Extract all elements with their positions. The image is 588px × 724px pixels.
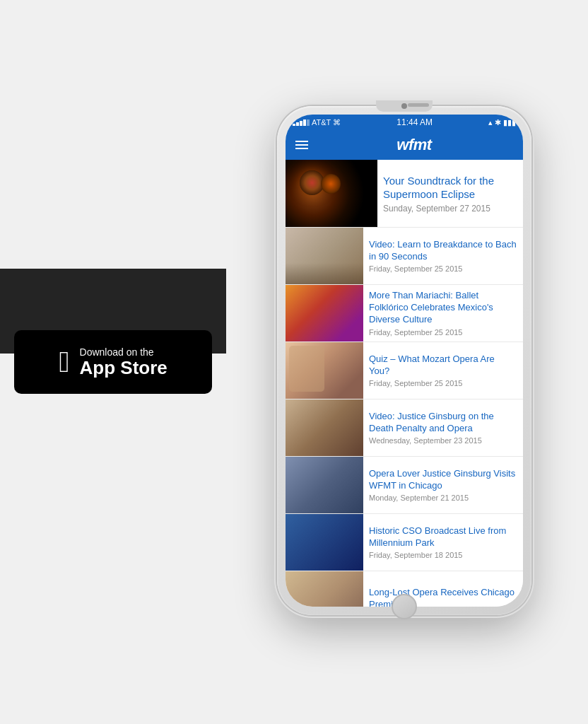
news-content-7: Historic CSO Broadcast Live from Millenn… xyxy=(363,514,523,571)
app-logo: wfmt xyxy=(315,136,513,154)
location-icon: ▴ xyxy=(488,118,493,127)
news-thumb-mozart xyxy=(286,342,363,399)
status-time: 11:44 AM xyxy=(396,117,433,127)
news-item-3[interactable]: More Than Mariachi: Ballet Folklórico Ce… xyxy=(286,285,523,342)
news-title-5: Video: Justice Ginsburg on the Death Pen… xyxy=(369,411,517,435)
carrier-label: AT&T xyxy=(312,118,331,127)
news-content-5: Video: Justice Ginsburg on the Death Pen… xyxy=(363,399,523,456)
news-title-7: Historic CSO Broadcast Live from Millenn… xyxy=(369,525,517,549)
news-thumb-cso xyxy=(286,514,363,571)
news-item-5[interactable]: Video: Justice Ginsburg on the Death Pen… xyxy=(286,399,523,457)
news-date-5: Wednesday, September 23 2015 xyxy=(369,436,517,445)
apple-logo-icon:  xyxy=(59,347,69,377)
news-thumb-ginsburg2 xyxy=(286,457,363,513)
news-content-6: Opera Lover Justice Ginsburg Visits WFMT… xyxy=(363,457,523,513)
phone-camera xyxy=(401,103,407,109)
news-thumb-eclipse xyxy=(286,160,377,227)
news-title-2: Video: Learn to Breakdance to Bach in 90… xyxy=(369,239,517,263)
news-thumb-mariachi xyxy=(286,285,363,341)
news-item-4[interactable]: Quiz – What Mozart Opera Are You? Friday… xyxy=(286,342,523,399)
app-store-banner[interactable]:  Download on the App Store xyxy=(14,330,212,394)
news-date-1: Sunday, September 27 2015 xyxy=(383,204,517,214)
news-date-6: Monday, September 21 2015 xyxy=(369,494,517,502)
app-header: wfmt xyxy=(286,130,523,160)
news-thumb-opera xyxy=(286,571,363,607)
news-thumb-ballet xyxy=(286,228,363,284)
left-panel:  Download on the App Store xyxy=(0,0,254,724)
news-date-7: Friday, September 18 2015 xyxy=(369,551,517,559)
phone-home-button[interactable] xyxy=(392,594,417,619)
signal-icon xyxy=(293,119,310,126)
phone-screen: AT&T ⌘ 11:44 AM ▴ ✱ ▮▮▮ wfmt xyxy=(286,115,523,607)
news-thumb-ginsburg xyxy=(286,399,363,456)
news-date-2: Friday, September 25 2015 xyxy=(369,264,517,273)
status-left: AT&T ⌘ xyxy=(293,118,341,127)
news-item-6[interactable]: Opera Lover Justice Ginsburg Visits WFMT… xyxy=(286,457,523,514)
news-date-4: Friday, September 25 2015 xyxy=(369,379,517,387)
bluetooth-icon: ✱ xyxy=(495,118,501,127)
phone-speaker xyxy=(408,103,429,107)
phone-mockup: AT&T ⌘ 11:44 AM ▴ ✱ ▮▮▮ wfmt xyxy=(242,14,567,707)
news-content-8: Long-Lost Opera Receives Chicago Premier… xyxy=(363,571,523,607)
news-title-6: Opera Lover Justice Ginsburg Visits WFMT… xyxy=(369,468,517,492)
status-bar: AT&T ⌘ 11:44 AM ▴ ✱ ▮▮▮ xyxy=(286,115,523,130)
battery-icon: ▮▮▮ xyxy=(503,118,516,127)
wifi-icon: ⌘ xyxy=(333,118,341,127)
news-content-4: Quiz – What Mozart Opera Are You? Friday… xyxy=(363,342,523,399)
news-item-featured[interactable]: Your Soundtrack for the Supermoon Eclips… xyxy=(286,160,523,228)
news-title-1: Your Soundtrack for the Supermoon Eclips… xyxy=(383,174,517,202)
status-right: ▴ ✱ ▮▮▮ xyxy=(488,118,516,127)
news-content-1: Your Soundtrack for the Supermoon Eclips… xyxy=(377,160,523,227)
news-content-3: More Than Mariachi: Ballet Folklórico Ce… xyxy=(363,285,523,341)
news-date-3: Friday, September 25 2015 xyxy=(369,328,517,337)
app-store-label: App Store xyxy=(80,358,167,378)
menu-button[interactable] xyxy=(295,141,308,149)
news-item-7[interactable]: Historic CSO Broadcast Live from Millenn… xyxy=(286,514,523,571)
news-title-4: Quiz – What Mozart Opera Are You? xyxy=(369,354,517,378)
app-store-text: Download on the App Store xyxy=(80,346,167,378)
news-item-2[interactable]: Video: Learn to Breakdance to Bach in 90… xyxy=(286,228,523,285)
download-label: Download on the xyxy=(80,346,167,358)
news-list: Your Soundtrack for the Supermoon Eclips… xyxy=(286,160,523,607)
phone-frame: AT&T ⌘ 11:44 AM ▴ ✱ ▮▮▮ wfmt xyxy=(277,106,531,615)
news-content-2: Video: Learn to Breakdance to Bach in 90… xyxy=(363,228,523,284)
news-title-3: More Than Mariachi: Ballet Folklórico Ce… xyxy=(369,290,517,326)
